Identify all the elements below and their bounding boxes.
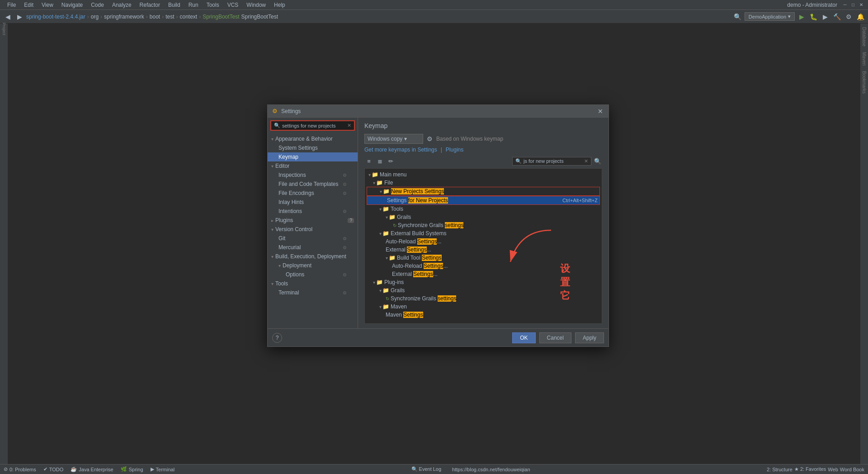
- breadcrumb-part-5[interactable]: context: [179, 14, 197, 20]
- nav-section-plugins[interactable]: ▸ Plugins ?: [268, 216, 358, 225]
- todo-tab[interactable]: ✔ TODO: [43, 466, 64, 472]
- find-shortcut-button[interactable]: 🔍: [593, 156, 602, 166]
- keymap-tree[interactable]: ▾ 📁 Main menu ▾ 📁 File: [364, 168, 602, 324]
- tree-item-build-tool-settings[interactable]: ▾ 📁 Build Tool Settings: [367, 254, 600, 262]
- nav-item-file-templates[interactable]: File and Code Templates ⚙: [268, 180, 358, 189]
- file-menu[interactable]: File: [4, 1, 19, 9]
- window-menu[interactable]: Window: [243, 1, 269, 9]
- keymap-settings-link[interactable]: Get more keymaps in Settings: [364, 147, 437, 153]
- nav-item-mercurial[interactable]: Mercurial ⚙: [268, 243, 358, 252]
- breadcrumb-part-0[interactable]: spring-boot-test-2.4.4.jar: [26, 14, 85, 20]
- keymap-search-box[interactable]: 🔍 ✕: [512, 157, 591, 166]
- build-button[interactable]: 🔨: [832, 12, 842, 22]
- nav-section-tools-header[interactable]: ▾ Tools: [268, 279, 358, 288]
- nav-item-keymap[interactable]: Keymap: [268, 152, 358, 161]
- apply-button[interactable]: Apply: [575, 332, 604, 343]
- nav-item-inlay-hints[interactable]: Inlay Hints: [268, 198, 358, 207]
- build-menu[interactable]: Build: [165, 1, 184, 9]
- tools-menu[interactable]: Tools: [203, 1, 223, 9]
- tree-item-auto-reload-1[interactable]: Auto-Reload Settings...: [367, 237, 600, 246]
- nav-section-build-header[interactable]: ▾ Build, Execution, Deployment: [268, 252, 358, 261]
- tree-item-file[interactable]: ▾ 📁 File: [367, 179, 600, 187]
- settings-search-input[interactable]: [282, 123, 345, 128]
- project-icon[interactable]: Project: [0, 25, 8, 33]
- edit-menu[interactable]: Edit: [20, 1, 37, 9]
- ok-button[interactable]: OK: [512, 332, 535, 343]
- tree-item-maven-settings[interactable]: Maven Settings: [367, 311, 600, 319]
- keymap-select[interactable]: Windows copy ▾: [364, 134, 423, 144]
- tree-item-auto-reload-2[interactable]: Auto-Reload Settings...: [367, 262, 600, 270]
- keymap-plugins-link[interactable]: Plugins: [446, 147, 463, 153]
- breadcrumb-part-4[interactable]: test: [165, 14, 174, 20]
- navigate-menu[interactable]: Navigate: [58, 1, 86, 9]
- java-enterprise-tab[interactable]: ☕ Java Enterprise: [71, 466, 113, 472]
- favorites-tab[interactable]: ★ 2: Favorites: [794, 466, 826, 472]
- nav-section-plugins-header[interactable]: ▸ Plugins ?: [268, 216, 358, 225]
- nav-item-intentions[interactable]: Intentions ⚙: [268, 207, 358, 216]
- breadcrumb-part-2[interactable]: springframework: [104, 14, 144, 20]
- breadcrumb-part-1[interactable]: org: [91, 14, 99, 20]
- back-button[interactable]: ◀: [3, 12, 13, 22]
- settings-button[interactable]: ⚙: [844, 12, 854, 22]
- nav-section-vcs-header[interactable]: ▾ Version Control: [268, 225, 358, 234]
- tree-item-sync-grails-2[interactable]: ↻ Synchronize Grails settings: [367, 294, 600, 303]
- web-tab[interactable]: Web: [828, 467, 838, 472]
- tree-item-maven[interactable]: ▾ 📁 Maven: [367, 303, 600, 311]
- tree-item-grails-1[interactable]: ▾ 📁 Grails: [367, 213, 600, 221]
- run-button[interactable]: ▶: [797, 12, 807, 22]
- event-log-link[interactable]: 🔍 Event Log: [411, 466, 442, 472]
- debug-button[interactable]: 🐛: [808, 12, 818, 22]
- nav-section-tools[interactable]: ▾ Tools Terminal ⚙: [268, 279, 358, 297]
- forward-button[interactable]: ▶: [14, 12, 24, 22]
- vcs-menu[interactable]: VCS: [224, 1, 242, 9]
- expand-all-button[interactable]: ≡: [364, 156, 373, 166]
- close-button[interactable]: ✕: [858, 2, 864, 8]
- tree-item-new-projects-settings[interactable]: ▾ 📁 New Projects Settings: [367, 187, 600, 196]
- tree-item-external-build[interactable]: ▾ 📁 External Build Systems: [367, 229, 600, 237]
- breadcrumb-part-6[interactable]: SpringBootTest: [203, 14, 239, 20]
- analyze-menu[interactable]: Analyze: [108, 1, 135, 9]
- bookmarks-tab[interactable]: Bookmarks: [861, 69, 868, 95]
- edit-shortcut-button[interactable]: ✏: [386, 156, 395, 166]
- search-everywhere-icon[interactable]: 🔍: [733, 12, 743, 22]
- refactor-menu[interactable]: Refactor: [136, 1, 164, 9]
- tree-item-sync-grails-1[interactable]: ↻ Synchronize Grails settings: [367, 221, 600, 229]
- settings-search-box[interactable]: 🔍 ✕: [270, 120, 355, 131]
- wordbook-tab[interactable]: Word Book: [840, 467, 864, 472]
- minimize-button[interactable]: ─: [842, 2, 848, 8]
- tree-item-external-settings-2[interactable]: External Settings...: [367, 270, 600, 278]
- structure-tab[interactable]: 2: Structure: [767, 467, 793, 472]
- collapse-all-button[interactable]: ≣: [375, 156, 384, 166]
- nav-section-build[interactable]: ▾ Build, Execution, Deployment ▾ Deploym…: [268, 252, 358, 279]
- tree-item-plug-ins[interactable]: ▾ 📁 Plug-ins: [367, 278, 600, 286]
- breadcrumb-part-3[interactable]: boot: [150, 14, 160, 20]
- terminal-tab[interactable]: ▶ Terminal: [151, 466, 175, 472]
- cancel-button[interactable]: Cancel: [539, 332, 571, 343]
- run-config-selector[interactable]: DemoApplication ▾: [745, 12, 795, 21]
- spring-tab[interactable]: 🌿 Spring: [121, 466, 143, 472]
- nav-item-file-encodings[interactable]: File Encodings ⚙: [268, 189, 358, 198]
- nav-section-editor-header[interactable]: ▾ Editor: [268, 161, 358, 171]
- help-menu[interactable]: Help: [270, 1, 289, 9]
- maximize-button[interactable]: □: [850, 2, 856, 8]
- tree-item-main-menu[interactable]: ▾ 📁 Main menu: [367, 171, 600, 179]
- csdn-link[interactable]: https://blog.csdn.net/fendouweiqian: [452, 467, 530, 472]
- tree-item-settings-for-new-projects[interactable]: Settings for New Projects Ctrl+Alt+Shift…: [367, 196, 600, 205]
- tree-item-external-settings-1[interactable]: External Settings...: [367, 246, 600, 254]
- help-button[interactable]: ?: [272, 333, 282, 343]
- nav-section-appearance-header[interactable]: ▾ Appearance & Behavior: [268, 134, 358, 143]
- nav-item-inspections[interactable]: Inspections ⚙: [268, 171, 358, 180]
- nav-item-system-settings[interactable]: System Settings: [268, 143, 358, 152]
- search-clear-icon[interactable]: ✕: [347, 123, 351, 128]
- maven-tab[interactable]: Maven: [861, 50, 868, 67]
- coverage-button[interactable]: ▶: [820, 12, 830, 22]
- notifications-button[interactable]: 🔔: [855, 12, 865, 22]
- nav-item-git[interactable]: Git ⚙: [268, 234, 358, 243]
- nav-item-terminal[interactable]: Terminal ⚙: [268, 288, 358, 297]
- database-tab[interactable]: Database: [861, 25, 868, 48]
- keymap-search-input[interactable]: [524, 158, 582, 164]
- problems-tab[interactable]: ⊘ 0: Problems: [4, 466, 36, 472]
- code-menu[interactable]: Code: [87, 1, 108, 9]
- nav-section-vcs[interactable]: ▾ Version Control Git ⚙ Mercurial ⚙: [268, 225, 358, 252]
- nav-item-deployment-options[interactable]: Options ⚙: [268, 270, 358, 279]
